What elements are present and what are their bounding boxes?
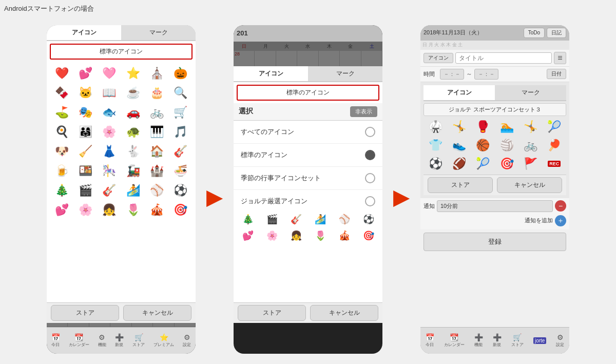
phone2-wrapper: 201 日月火水木金土 28 4 アイコン マーク 標準のアイコン: [234, 25, 382, 354]
radio-std: [365, 150, 375, 160]
select-item-std[interactable]: 標準のアイコン: [234, 144, 382, 167]
notif-label: 通知: [424, 202, 435, 210]
hide-btn[interactable]: 非表示: [350, 106, 377, 117]
select-header-2: 選択 非表示: [234, 103, 382, 121]
title-input[interactable]: [455, 52, 552, 64]
nav-func-3[interactable]: ➕機能: [474, 333, 483, 348]
date-btn[interactable]: 日付: [547, 69, 566, 79]
phone3-wrapper: 2018年11月13日（火） ToDo 日記 日 月 火 水 木 金 土 アイコ…: [420, 25, 569, 354]
notif-row: 通知 10分前 −: [424, 200, 566, 212]
bottom-buttons-1: ストア キャンセル: [47, 302, 196, 323]
time-from[interactable]: －：－: [440, 69, 464, 80]
editor-date: 2018年11月13日（火）: [424, 29, 483, 36]
icon-grid-1: ❤️💕🩷⭐⛪🎃 🍫🐱📖☕🎂🔍 ⛳🎭🐟🚗🚲🛒 🍳👨‍👩‍👧🌸🐢🎹🎵 🐶🧹👗🐇🏠🎸 …: [47, 62, 196, 302]
notif-plus-btn[interactable]: ＋: [555, 215, 566, 226]
select-title: 選択: [239, 107, 253, 116]
time-label: 時間: [424, 70, 438, 78]
nav-cal-1[interactable]: 📆カレンダー: [69, 333, 89, 348]
cal-header-2: 201: [234, 25, 382, 42]
day-headers-2: 日月火水木金土: [234, 42, 382, 51]
sport-grid: 🥋 🤸 🥊 🏊 🤸 🎾 👕 👟 🏀: [424, 118, 566, 173]
notif-minus-btn[interactable]: −: [555, 200, 566, 212]
tab-icon-2[interactable]: アイコン: [234, 66, 308, 81]
icon-tab-area-3: アイコン マーク ジョルテ スポーツアイコンセット３ 🥋 🤸 🥊 🏊 🤸: [420, 82, 569, 198]
todo-btn[interactable]: ToDo: [524, 28, 545, 38]
nav-new-1[interactable]: ➕新規: [115, 333, 124, 348]
cal-year-2: 201: [237, 29, 248, 37]
tab-mark-1[interactable]: マーク: [121, 25, 196, 40]
cancel-btn-3[interactable]: キャンセル: [497, 177, 562, 193]
store-btn-3[interactable]: ストア: [428, 177, 493, 193]
sport-actions: ストア キャンセル: [424, 175, 566, 195]
selected-label-2: 標準のアイコン: [237, 85, 379, 101]
radio-all: [365, 127, 375, 137]
diary-btn[interactable]: 日記: [547, 28, 566, 38]
phone1: 201 日 月 火 水 木 金 土 28 4 1113 18: [47, 25, 196, 354]
radio-jorte: [365, 196, 375, 206]
notif-add-label: 通知を追加: [525, 217, 553, 224]
bottom-nav-3: 📅今日 📆カレンダー ➕機能 ➕新規 🛒ストア jorte ⚙設定: [420, 327, 569, 354]
icon-label-box[interactable]: アイコン: [424, 53, 453, 63]
nav-settings-1[interactable]: ⚙設定: [183, 333, 191, 348]
select-panel-2: アイコン マーク 標準のアイコン 選択 非表示 すべてのアイコン 標準の: [234, 66, 382, 323]
time-sep: ～: [466, 70, 472, 79]
phone3: 2018年11月13日（火） ToDo 日記 日 月 火 水 木 金 土 アイコ…: [420, 25, 569, 354]
nav-settings-3[interactable]: ⚙設定: [556, 333, 564, 348]
radio-seasonal: [365, 173, 375, 183]
nav-today-3[interactable]: 📅今日: [426, 333, 434, 348]
nav-jorte-3[interactable]: jorte: [533, 337, 546, 344]
editor-header-3: 2018年11月13日（火） ToDo 日記: [420, 25, 569, 41]
store-btn-2[interactable]: ストア: [238, 305, 306, 321]
tab-row-1: アイコン マーク: [47, 25, 196, 41]
editor-body: アイコン ≡ 時間 －：－ ～ －：－ 日付: [420, 50, 569, 327]
phone2: 201 日月火水木金土 28 4 アイコン マーク 標準のアイコン: [234, 25, 382, 354]
select-item-seasonal[interactable]: 季節の行事アイコンセット: [234, 167, 382, 190]
arrow-1: ▶: [202, 184, 227, 209]
time-row: 時間 －：－ ～ －：－ 日付: [420, 67, 569, 82]
icon-title-row: アイコン ≡: [420, 50, 569, 67]
rec-badge: REC: [548, 161, 561, 167]
icon-panel-1: アイコン マーク 標準のアイコン ❤️💕🩷⭐⛪🎃 🍫🐱📖☕🎂🔍 ⛳🎭🐟🚗🚲🛒 🍳…: [47, 25, 196, 323]
nav-store-1[interactable]: 🛒ストア: [132, 333, 145, 348]
select-list-2: すべてのアイコン 標準のアイコン 季節の行事アイコンセット ジョルテ厳選アイコン: [234, 121, 382, 209]
nav-cal-3[interactable]: 📆カレンダー: [444, 333, 465, 348]
store-btn-1[interactable]: ストア: [51, 305, 119, 321]
register-btn[interactable]: 登録: [424, 233, 566, 251]
nav-func-1[interactable]: ⚙機能: [98, 333, 106, 348]
phone1-wrapper: 201 日 月 火 水 木 金 土 28 4 1113 18: [47, 25, 196, 354]
cancel-btn-1[interactable]: キャンセル: [123, 305, 191, 321]
select-item-all[interactable]: すべてのアイコン: [234, 121, 382, 144]
icon-tab-row-3: アイコン マーク: [424, 85, 566, 101]
editor-panel-3: 2018年11月13日（火） ToDo 日記 日 月 火 水 木 金 土 アイコ…: [420, 25, 569, 354]
tab-mark-3[interactable]: マーク: [495, 85, 566, 100]
arrow-2: ▶: [389, 184, 414, 209]
header-btns: ToDo 日記: [524, 28, 566, 38]
cancel-btn-2[interactable]: キャンセル: [310, 305, 378, 321]
nav-today-1[interactable]: 📅今日: [51, 333, 60, 348]
selected-label-1: 標準のアイコン: [50, 44, 192, 60]
notif-select[interactable]: 10分前: [437, 200, 553, 212]
menu-btn[interactable]: ≡: [554, 52, 566, 64]
nav-store-3[interactable]: 🛒ストア: [511, 333, 524, 348]
tab-row-2: アイコン マーク: [234, 66, 382, 82]
notification-area: 通知 10分前 − 通知を追加 ＋: [420, 198, 569, 229]
sport-set-label: ジョルテ スポーツアイコンセット３: [424, 103, 566, 116]
time-to[interactable]: －：－: [474, 69, 498, 80]
small-icons-2: 🎄🎬🎸🏄⚾⚽ 💕🌸👧🌷🎪🎯: [234, 209, 382, 302]
nav-premium-1[interactable]: ⭐プレミアム: [153, 333, 174, 348]
tab-mark-2[interactable]: マーク: [308, 66, 382, 81]
tab-icon-1[interactable]: アイコン: [47, 25, 121, 40]
bottom-nav-1: 📅今日 📆カレンダー ⚙機能 ➕新規 🛒ストア ⭐プレミアム ⚙設定: [47, 327, 196, 354]
bottom-buttons-2: ストア キャンセル: [234, 302, 382, 323]
notif-add-row: 通知を追加 ＋: [424, 214, 566, 227]
tab-icon-3[interactable]: アイコン: [424, 85, 495, 100]
phones-container: 201 日 月 火 水 木 金 土 28 4 1113 18: [0, 0, 616, 364]
select-item-jorte[interactable]: ジョルテ厳選アイコン: [234, 190, 382, 209]
cal-strip: 日 月 火 水 木 金 土: [420, 41, 569, 50]
page-label: Androidスマートフォンの場合: [4, 4, 94, 13]
nav-new-3[interactable]: ➕新規: [493, 333, 502, 348]
